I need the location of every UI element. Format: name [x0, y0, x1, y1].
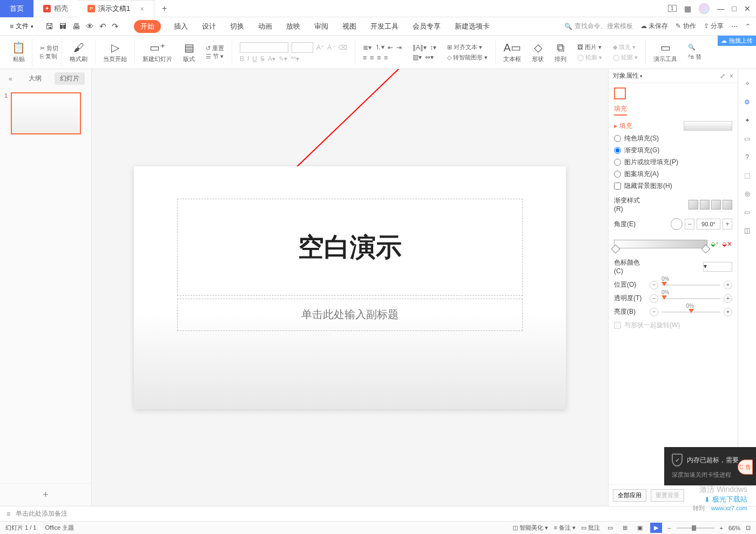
reset-bg-button[interactable]: 重置背景: [651, 489, 684, 502]
pos-plus[interactable]: +: [724, 281, 732, 289]
align-center-icon[interactable]: ≡: [370, 54, 374, 62]
indent-dec-icon[interactable]: ⇤: [388, 44, 393, 51]
zoom-value[interactable]: 66%: [728, 525, 740, 531]
notes-bar[interactable]: ≡ 单击此处添加备注: [0, 506, 756, 521]
comments-toggle[interactable]: ▭ 批注: [581, 524, 600, 532]
play-from-current-button[interactable]: ▷当页开始: [100, 40, 130, 64]
outline-tab[interactable]: 大纲: [23, 72, 47, 85]
effects-icon[interactable]: ✦: [745, 117, 750, 124]
align-left-icon[interactable]: ≡: [363, 54, 367, 62]
picture-button[interactable]: 🖼 图片 ▾: [577, 43, 602, 51]
undo-icon[interactable]: ↶: [99, 22, 106, 31]
angle-plus[interactable]: +: [723, 219, 732, 229]
add-stop-icon[interactable]: ⬙⁺: [711, 240, 719, 248]
line-spacing-icon[interactable]: ‖A‖▾: [413, 44, 427, 51]
collaborate-button[interactable]: ✎ 协作: [676, 22, 696, 31]
fill-button[interactable]: ◆ 填充 ▾: [613, 43, 636, 51]
pattern-fill-radio[interactable]: 图案填充(A): [614, 170, 732, 179]
copy-button[interactable]: ⎘ 复制: [40, 52, 57, 60]
angle-value[interactable]: 90.0°: [697, 219, 720, 229]
hide-bg-check[interactable]: 隐藏背景图形(H): [614, 181, 732, 191]
columns-icon[interactable]: ▥▾: [413, 53, 422, 61]
spacing-icon[interactable]: ⇔▾: [425, 53, 434, 61]
section-button[interactable]: ☰ 节 ▾: [206, 52, 224, 60]
numbering-icon[interactable]: ⒈▾: [375, 43, 384, 52]
sorter-view-icon[interactable]: ⊞: [620, 523, 630, 533]
italic-icon[interactable]: I: [247, 55, 249, 63]
ribbon-tab-start[interactable]: 开始: [134, 20, 161, 33]
tab-home[interactable]: 首页: [0, 0, 33, 17]
brightness-slider[interactable]: 0%: [662, 312, 720, 313]
clear-format-icon[interactable]: ⌫: [338, 44, 347, 51]
text-direction-icon[interactable]: ↕▾: [430, 44, 436, 51]
bright-minus[interactable]: −: [650, 308, 658, 316]
ribbon-tab-transition[interactable]: 切换: [229, 19, 245, 33]
beautify-button[interactable]: ◫ 智能美化 ▾: [512, 524, 548, 532]
stop-color-select[interactable]: ▾: [703, 262, 732, 272]
transparency-slider[interactable]: 0%: [662, 298, 720, 299]
tab-document[interactable]: P演示文稿1×: [78, 0, 154, 17]
highlight-icon[interactable]: ✎▾: [279, 55, 287, 63]
angle-dial[interactable]: [671, 218, 683, 230]
print-preview-icon[interactable]: 👁: [86, 22, 94, 31]
apps-grid-icon[interactable]: ▦: [684, 4, 691, 13]
screen-icon[interactable]: ▭: [744, 135, 750, 143]
zoom-in-icon[interactable]: +: [720, 525, 723, 531]
paste-button[interactable]: 📋粘贴: [9, 40, 29, 64]
bold-icon[interactable]: B: [240, 55, 244, 63]
picture-fill-radio[interactable]: 图片或纹理填充(P): [614, 158, 732, 167]
cloud-upload-tag[interactable]: ☁拖拽上传: [718, 36, 756, 46]
gradient-fill-radio[interactable]: 渐变填充(G): [614, 146, 732, 155]
maximize-icon[interactable]: □: [732, 4, 737, 13]
shape-button[interactable]: ◇形状: [529, 40, 547, 64]
more-icon[interactable]: ⋯: [731, 23, 738, 30]
decrease-font-icon[interactable]: A⁻: [327, 44, 335, 51]
user-avatar[interactable]: [699, 3, 710, 14]
slideshow-view-icon[interactable]: ▶: [650, 523, 662, 533]
align-right-icon[interactable]: ≡: [377, 54, 381, 62]
location-icon[interactable]: ◎: [745, 190, 750, 198]
cut-button[interactable]: ✂ 剪切: [40, 44, 58, 52]
find-icon[interactable]: 🔍: [688, 44, 696, 51]
arrange-button[interactable]: ⧉排列: [551, 40, 570, 64]
apply-all-button[interactable]: 全部应用: [613, 489, 646, 502]
minimize-icon[interactable]: —: [717, 4, 725, 13]
solid-fill-radio[interactable]: 纯色填充(S): [614, 134, 732, 143]
outline2-button[interactable]: ◯ 轮廓 ▾: [613, 53, 638, 62]
strike-icon[interactable]: S̶: [260, 55, 265, 63]
window-one-icon[interactable]: 1: [668, 5, 677, 12]
ribbon-tab-design[interactable]: 设计: [201, 19, 217, 33]
indent-inc-icon[interactable]: ⇥: [396, 44, 402, 51]
add-slide-button[interactable]: +: [0, 483, 91, 506]
ribbon-tab-custom[interactable]: 新建选项卡: [454, 19, 491, 33]
template-icon[interactable]: ✧: [745, 80, 750, 87]
cube-icon[interactable]: ◫: [744, 227, 750, 234]
fit-icon[interactable]: ⊡: [746, 524, 751, 531]
trans-plus[interactable]: +: [724, 294, 732, 303]
device-icon[interactable]: ▭: [744, 208, 750, 216]
resource-icon[interactable]: ⬚: [744, 172, 750, 179]
reading-view-icon[interactable]: ▣: [635, 523, 645, 533]
zoom-out-icon[interactable]: −: [667, 525, 671, 531]
slide-canvas[interactable]: 空白演示 单击此处输入副标题: [134, 166, 566, 409]
slides-tab[interactable]: 幻灯片: [55, 72, 85, 85]
remove-stop-icon[interactable]: ⬙✕: [722, 240, 732, 248]
redo-icon[interactable]: ↷: [112, 22, 119, 31]
font-color-icon[interactable]: A▾: [268, 55, 275, 63]
justify-icon[interactable]: ≡: [384, 54, 388, 62]
share-button[interactable]: ⇪ 分享: [704, 22, 724, 31]
ribbon-tab-animation[interactable]: 动画: [257, 19, 273, 33]
fill-preview[interactable]: [684, 121, 732, 131]
pos-minus[interactable]: −: [650, 281, 658, 289]
format-painter-button[interactable]: 🖌格式刷: [66, 40, 91, 64]
font-family-select[interactable]: [240, 42, 288, 53]
pin-icon[interactable]: ⤢: [720, 72, 725, 80]
layout-button[interactable]: ▤版式: [180, 40, 198, 64]
present-tools-button[interactable]: ▭演示工具: [650, 40, 680, 64]
ribbon-tab-vip[interactable]: 会员专享: [411, 19, 442, 33]
file-menu[interactable]: ≡文件▾: [5, 22, 38, 31]
collapse-ribbon-icon[interactable]: ⌃: [745, 23, 751, 30]
ribbon-tab-devtools[interactable]: 开发工具: [369, 19, 400, 33]
convert-smart-button[interactable]: ◇ 转智能图形 ▾: [447, 53, 488, 62]
bullets-icon[interactable]: ≣▾: [363, 44, 372, 51]
